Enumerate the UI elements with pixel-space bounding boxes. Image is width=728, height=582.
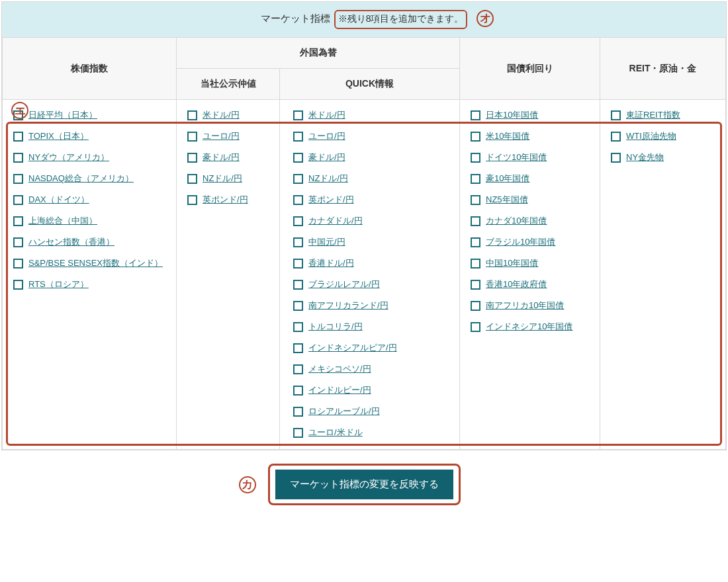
- checkbox[interactable]: [293, 343, 303, 353]
- checkbox[interactable]: [13, 280, 23, 290]
- fx2-link[interactable]: NZドル/円: [308, 173, 348, 185]
- fx2-link[interactable]: トルコリラ/円: [308, 321, 363, 333]
- checkbox[interactable]: [611, 132, 621, 142]
- checkbox[interactable]: [187, 153, 197, 163]
- fx2-link[interactable]: メキシコペソ/円: [308, 363, 371, 375]
- fx2-link[interactable]: インドルピー/円: [308, 384, 371, 396]
- fx2-item: ブラジルレアル/円: [293, 278, 454, 290]
- checkbox[interactable]: [293, 259, 303, 269]
- checkbox[interactable]: [13, 259, 23, 269]
- checkbox[interactable]: [471, 195, 480, 205]
- checkbox[interactable]: [471, 110, 480, 120]
- fx1-link[interactable]: 米ドル/円: [203, 109, 240, 121]
- stock-link[interactable]: S&P/BSE SENSEX指数（インド）: [28, 257, 163, 269]
- fx2-item: トルコリラ/円: [293, 321, 454, 333]
- checkbox[interactable]: [293, 110, 303, 120]
- fx2-link[interactable]: インドネシアルピア/円: [308, 342, 397, 354]
- col-header-fx-group: 外国為替: [177, 38, 460, 69]
- checkbox[interactable]: [293, 428, 303, 438]
- fx2-link[interactable]: ユーロ/米ドル: [308, 427, 363, 438]
- checkbox[interactable]: [13, 153, 23, 163]
- checkbox[interactable]: [471, 216, 480, 226]
- bond-link[interactable]: 香港10年政府債: [486, 278, 547, 290]
- fx2-link[interactable]: 香港ドル/円: [308, 257, 354, 269]
- reit-link[interactable]: WTI原油先物: [626, 130, 676, 142]
- col-header-reit: REIT・原油・金: [600, 38, 726, 100]
- checkbox[interactable]: [13, 237, 23, 247]
- fx2-link[interactable]: ユーロ/円: [308, 130, 345, 142]
- bond-link[interactable]: 南アフリカ10年国債: [486, 300, 564, 312]
- checkbox[interactable]: [293, 301, 303, 311]
- checkbox[interactable]: [471, 280, 480, 290]
- checkbox[interactable]: [187, 174, 197, 184]
- stock-link[interactable]: RTS（ロシア）: [28, 278, 89, 290]
- checkbox[interactable]: [471, 259, 480, 269]
- stock-link[interactable]: NYダウ（アメリカ）: [28, 151, 109, 163]
- fx1-link[interactable]: 英ポンド/円: [203, 194, 248, 206]
- fx2-link[interactable]: カナダドル/円: [308, 215, 363, 227]
- checkbox[interactable]: [471, 301, 480, 311]
- checkbox[interactable]: [293, 237, 303, 247]
- checkbox[interactable]: [471, 153, 480, 163]
- bond-item: 香港10年政府債: [471, 278, 593, 290]
- checkbox[interactable]: [187, 195, 197, 205]
- fx1-link[interactable]: 豪ドル/円: [203, 151, 240, 163]
- fx2-link[interactable]: 中国元/円: [308, 236, 345, 248]
- bond-link[interactable]: 豪10年国債: [486, 173, 529, 185]
- checkbox[interactable]: [293, 153, 303, 163]
- checkbox[interactable]: [13, 174, 23, 184]
- fx2-link[interactable]: 英ポンド/円: [308, 194, 354, 206]
- stock-item: 上海総合（中国）: [13, 215, 169, 227]
- checkbox[interactable]: [13, 132, 23, 142]
- bond-link[interactable]: ドイツ10年国債: [486, 151, 547, 163]
- stock-link[interactable]: 上海総合（中国）: [28, 215, 97, 227]
- fx2-link[interactable]: 南アフリカランド/円: [308, 300, 388, 312]
- fx1-link[interactable]: NZドル/円: [203, 173, 242, 185]
- checkbox[interactable]: [13, 195, 23, 205]
- checkbox[interactable]: [293, 407, 303, 417]
- fx2-link[interactable]: ロシアルーブル/円: [308, 405, 380, 417]
- stock-link[interactable]: NASDAQ総合（アメリカ）: [28, 173, 134, 185]
- fx2-item: インドルピー/円: [293, 384, 454, 396]
- bond-link[interactable]: 日本10年国債: [486, 109, 538, 121]
- checkbox[interactable]: [187, 132, 197, 142]
- checkbox[interactable]: [293, 195, 303, 205]
- checkbox[interactable]: [611, 153, 621, 163]
- bond-link[interactable]: NZ5年国債: [486, 194, 528, 206]
- checkbox[interactable]: [471, 174, 480, 184]
- checkbox[interactable]: [293, 386, 303, 395]
- stock-link[interactable]: TOPIX（日本）: [28, 130, 89, 142]
- checkbox[interactable]: [13, 216, 23, 226]
- stock-link[interactable]: ハンセン指数（香港）: [28, 236, 114, 248]
- bond-link[interactable]: ブラジル10年国債: [486, 236, 555, 248]
- fx2-link[interactable]: 米ドル/円: [308, 109, 345, 121]
- checkbox[interactable]: [293, 364, 303, 374]
- apply-changes-button[interactable]: マーケット指標の変更を反映する: [275, 470, 453, 499]
- checkbox[interactable]: [471, 237, 480, 247]
- bond-link[interactable]: インドネシア10年国債: [486, 321, 572, 333]
- checkbox[interactable]: [187, 110, 197, 120]
- checkbox[interactable]: [611, 110, 621, 120]
- bond-link[interactable]: 米10年国債: [486, 130, 529, 142]
- reit-link[interactable]: NY金先物: [626, 151, 664, 163]
- checkbox[interactable]: [293, 174, 303, 184]
- checkbox[interactable]: [293, 280, 303, 290]
- checkbox[interactable]: [293, 132, 303, 142]
- checkbox[interactable]: [471, 132, 480, 142]
- fx2-link[interactable]: 豪ドル/円: [308, 151, 345, 163]
- bond-item: ドイツ10年国債: [471, 151, 593, 163]
- bond-link[interactable]: 中国10年国債: [486, 257, 538, 269]
- fx2-item: 香港ドル/円: [293, 257, 454, 269]
- reit-link[interactable]: 東証REIT指数: [626, 109, 680, 121]
- stock-link[interactable]: 日経平均（日本）: [28, 109, 97, 121]
- fx2-item: 南アフリカランド/円: [293, 300, 454, 312]
- checkbox[interactable]: [293, 322, 303, 332]
- fx1-list: 米ドル/円ユーロ/円豪ドル/円NZドル/円英ポンド/円: [187, 109, 273, 206]
- bond-link[interactable]: カナダ10年国債: [486, 215, 547, 227]
- fx2-link[interactable]: ブラジルレアル/円: [308, 278, 380, 290]
- fx1-link[interactable]: ユーロ/円: [203, 130, 240, 142]
- checkbox[interactable]: [471, 322, 480, 332]
- stock-item: DAX（ドイツ）: [13, 194, 169, 206]
- checkbox[interactable]: [293, 216, 303, 226]
- stock-link[interactable]: DAX（ドイツ）: [28, 194, 89, 206]
